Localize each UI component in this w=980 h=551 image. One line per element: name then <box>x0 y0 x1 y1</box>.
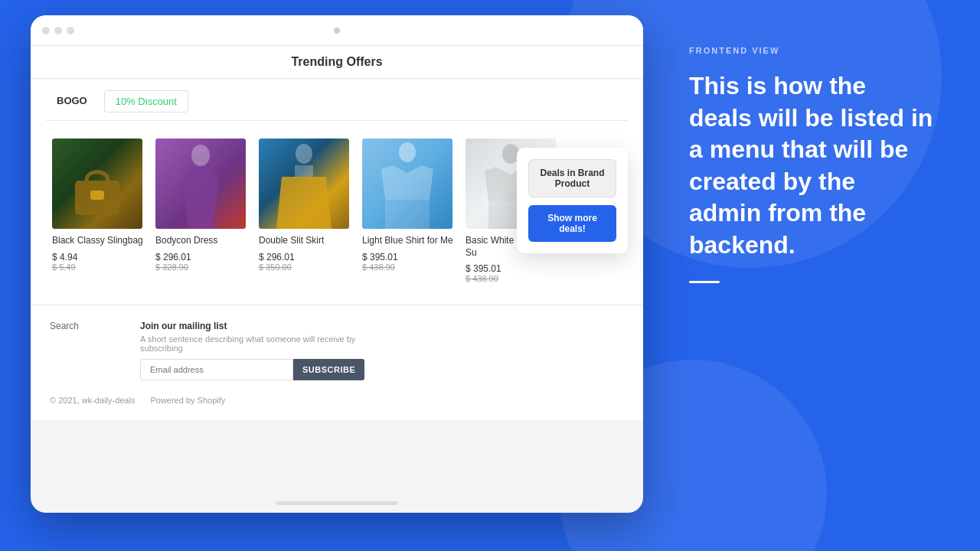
product-title-2: Bodycon Dress <box>155 235 247 247</box>
footer-area: Search Join our mailing list A short sen… <box>31 305 643 420</box>
product-card-2[interactable]: Bodycon Dress $ 296.01 $ 328.90 <box>149 132 253 289</box>
product-original-4: $ 438.90 <box>362 262 453 272</box>
product-title-1: Black Classy Slingbag <box>52 235 143 247</box>
product-original-1: $ 5.49 <box>52 262 143 272</box>
svg-point-9 <box>399 142 416 162</box>
svg-point-4 <box>191 145 210 166</box>
deals-in-brand-button[interactable]: Deals in Brand Product <box>528 159 616 197</box>
show-more-deals-button[interactable]: Show more deals! <box>528 205 616 242</box>
browser-dots <box>42 27 74 34</box>
products-section: Black Classy Slingbag $ 4.94 $ 5.49 <box>46 132 628 289</box>
product-price-1: $ 4.94 <box>52 252 143 262</box>
tabs-container: BOGO 10% Discount <box>46 79 628 121</box>
product-card-1[interactable]: Black Classy Slingbag $ 4.94 $ 5.49 <box>46 132 149 289</box>
product-original-3: $ 350.00 <box>259 262 350 272</box>
content-area: BOGO 10% Discount <box>31 79 643 305</box>
tab-discount[interactable]: 10% Discount <box>104 90 188 112</box>
product-original-2: $ 328.90 <box>155 262 247 272</box>
description-text: This is how the deals will be listed in … <box>689 70 934 262</box>
svg-point-6 <box>296 144 312 164</box>
footer-content: Search Join our mailing list A short sen… <box>50 321 624 380</box>
footer-mailing: Join our mailing list A short sentence d… <box>140 321 370 380</box>
email-input[interactable] <box>140 359 293 380</box>
product-image-1 <box>52 139 142 229</box>
browser-dot-2 <box>54 27 62 34</box>
trending-title: Trending Offers <box>46 55 628 69</box>
browser-panel: Trending Offers BOGO 10% Discount <box>31 15 643 513</box>
right-panel: FRONTEND VIEW This is how the deals will… <box>666 15 949 314</box>
mailing-desc: A short sentence describing what someone… <box>140 334 370 353</box>
divider-line <box>689 281 720 283</box>
floating-deals-card: Deals in Brand Product Show more deals! <box>517 148 628 253</box>
svg-rect-10 <box>385 200 430 229</box>
product-price-5: $ 395.01 <box>466 263 557 274</box>
powered-by: Powered by Shopify <box>150 396 225 405</box>
product-price-2: $ 296.01 <box>155 252 247 262</box>
product-price-3: $ 296.01 <box>259 252 350 262</box>
tab-bogo[interactable]: BOGO <box>46 90 98 112</box>
footer-search[interactable]: Search <box>50 321 79 380</box>
product-title-3: Double Slit Skirt <box>259 235 350 247</box>
trending-bar: Trending Offers <box>31 46 643 79</box>
browser-dot-1 <box>42 27 50 34</box>
footer-bottom: © 2021, wk-daily-deals Powered by Shopif… <box>50 396 624 405</box>
svg-rect-7 <box>295 165 313 177</box>
product-card-4[interactable]: Light Blue Shirt for Me $ 395.01 $ 438.9… <box>356 132 459 289</box>
browser-topbar <box>31 15 643 46</box>
browser-dot-3 <box>67 27 74 34</box>
frontend-label: FRONTEND VIEW <box>689 46 934 55</box>
product-card-3[interactable]: Double Slit Skirt $ 296.01 $ 350.00 <box>253 132 356 289</box>
subscribe-button[interactable]: SUBSCRIBE <box>293 359 364 380</box>
product-image-4 <box>362 139 452 229</box>
product-image-3 <box>259 139 349 229</box>
mailing-title: Join our mailing list <box>140 321 370 331</box>
bottom-hint-bar <box>276 501 398 505</box>
product-original-5: $ 438.90 <box>466 274 557 283</box>
product-image-2 <box>155 139 246 229</box>
email-form: SUBSCRIBE <box>140 359 370 380</box>
svg-rect-2 <box>90 191 104 200</box>
copyright: © 2021, wk-daily-deals <box>50 396 135 405</box>
browser-indicator <box>334 28 340 34</box>
main-layout: Trending Offers BOGO 10% Discount <box>31 15 949 536</box>
product-title-4: Light Blue Shirt for Me <box>362 235 453 247</box>
product-price-4: $ 395.01 <box>362 252 453 262</box>
